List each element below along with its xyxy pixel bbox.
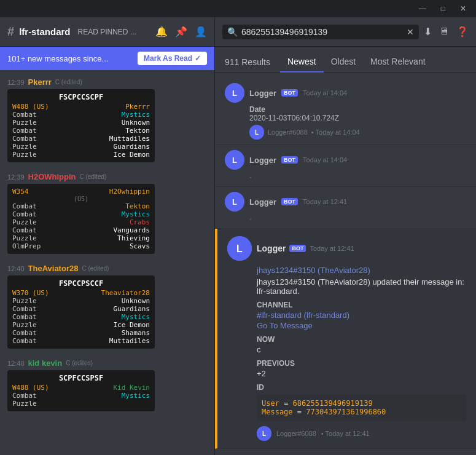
footer-author-1: Logger#6088 — [268, 129, 308, 136]
main-result-time: Today at 12:41 — [310, 245, 354, 252]
card-row-6-aviator: CombatMuttadiles — [12, 337, 150, 345]
channel-hash-icon: # — [7, 25, 14, 39]
result-footer-1: L Logger#6088 • Today at 14:04 — [225, 125, 466, 140]
results-content[interactable]: L Logger BOT Today at 14:04 Date 2020-11… — [215, 73, 476, 455]
footer-avatar-1: L — [249, 125, 264, 140]
field-label-now: Now — [257, 335, 466, 344]
titlebar: — □ ✕ — [0, 0, 476, 17]
minimize-button[interactable]: — — [414, 3, 431, 14]
svg-text:L: L — [232, 197, 237, 207]
checkmark-icon: ✓ — [195, 54, 201, 63]
result-author-1: Logger — [249, 89, 276, 98]
left-panel: # lfr-standard READ PINNED ... 🔔 📌 👤 101… — [0, 17, 215, 455]
mark-as-read-button[interactable]: Mark As Read ✓ — [138, 52, 207, 65]
field-value-previous: +2 — [257, 369, 466, 378]
download-icon[interactable]: ⬇ — [424, 26, 432, 38]
message-time-pkerrr: 12:39 — [7, 79, 25, 86]
game-card-h2o: W354 H2Owhippin (US) CombatTekton Combat… — [7, 184, 155, 254]
main-footer-avatar: L — [257, 426, 271, 441]
message-meta-h2o: 12:39 H2OWhippin C (edited) — [7, 172, 207, 181]
results-tabs: 911 Results Newest Oldest Most Relevant — [215, 47, 476, 73]
field-value-channel: #lfr-standard (lfr-standard) Go To Messa… — [257, 311, 466, 330]
card-row-1-aviator: PuzzleUnknown — [12, 297, 150, 305]
search-input-wrapper[interactable]: 🔍 ✕ — [222, 25, 419, 39]
svg-text:L: L — [232, 89, 237, 98]
search-icon: 🔍 — [227, 27, 238, 37]
result-author-2: Logger — [249, 156, 276, 165]
monitor-icon[interactable]: 🖥 — [439, 26, 449, 38]
game-card-kidkevin: SCPFCCSPSF W488 (US) Kid Kevin CombatMys… — [7, 370, 155, 411]
result-time-2: Today at 14:04 — [303, 156, 347, 164]
bot-badge-1: BOT — [281, 89, 298, 97]
message-group-pkerrr: 12:39 Pkerrr C (edited) FSCPCCSCPF W488 … — [0, 75, 214, 165]
result-body-2: · — [225, 172, 466, 181]
read-pinned-label[interactable]: READ PINNED ... — [77, 28, 136, 36]
result-avatar-2: L — [225, 150, 244, 170]
close-button[interactable]: ✕ — [455, 3, 471, 14]
main-footer-author: Logger#6088 — [276, 430, 316, 437]
tab-newest[interactable]: Newest — [280, 52, 324, 73]
channel-link[interactable]: #lfr-standard (lfr-standard) — [257, 311, 349, 320]
logger-avatar-svg-3: L — [225, 192, 244, 212]
go-to-message-link[interactable]: Go To Message — [257, 321, 466, 330]
message-time-h2o: 12:39 — [7, 173, 25, 181]
card-row-2-kidkevin: Puzzle — [12, 400, 150, 408]
code-message-label: Message — [262, 408, 293, 416]
card-header-kidkevin: SCPFCCSPSF — [12, 374, 150, 382]
messages-list[interactable]: 12:39 Pkerrr C (edited) FSCPCCSCPF W488 … — [0, 70, 214, 455]
main-result-author-info: Logger BOT Today at 12:41 — [257, 243, 354, 253]
main-result-item: L Logger BOT Today at 12:41 jhays1234#31… — [215, 229, 476, 449]
members-icon[interactable]: 👤 — [195, 26, 207, 38]
mark-as-read-label: Mark As Read — [144, 54, 192, 63]
card-subheader-pkerrr: W488 (US) Pkerrr — [12, 103, 150, 111]
code-equals-1: = — [284, 399, 292, 408]
maximize-button[interactable]: □ — [436, 3, 450, 14]
edited-tag-pkerrr: C (edited) — [55, 79, 82, 85]
right-header-icons: ⬇ 🖥 ❓ — [424, 26, 469, 38]
card-row-1-kidkevin: CombatMystics — [12, 392, 150, 400]
footer-avatar-svg-1: L — [249, 125, 264, 140]
tab-oldest[interactable]: Oldest — [324, 52, 363, 73]
message-group-kidkevin: 12:48 kid kevin C (edited) SCPFCCSPSF W4… — [0, 356, 214, 414]
pin-icon[interactable]: 📌 — [175, 26, 187, 38]
edited-tag-h2o: C (edited) — [80, 173, 107, 180]
bot-badge-3: BOT — [281, 198, 298, 205]
card-row-3-pkerrr: CombatTekton — [12, 127, 150, 135]
card-row-3-h2o: PuzzleCrabs — [12, 218, 150, 226]
card-row-4-h2o: CombatVanguards — [12, 226, 150, 234]
message-group-aviator: 12:40 TheAviator28 C (edited) FSPCCPSCCF… — [0, 261, 214, 351]
svg-text:L: L — [232, 156, 237, 165]
field-label-id: ID — [257, 383, 466, 392]
notification-icon[interactable]: 🔔 — [155, 26, 168, 38]
field-label-previous: Previous — [257, 359, 466, 368]
results-count: 911 Results — [225, 57, 270, 67]
field-value-id-codeblock: User = 686255139496919139 Message = 7730… — [257, 394, 466, 421]
result-time-1: Today at 14:04 — [303, 89, 347, 97]
edited-tag-kidkevin: C (edited) — [66, 360, 93, 366]
card-row-2-h2o: CombatMystics — [12, 210, 150, 218]
footer-time-1: • Today at 14:04 — [311, 129, 360, 136]
tab-most-relevant[interactable]: Most Relevant — [363, 52, 432, 73]
main-result-description: jhays1234#3150 (TheAviator28) updated th… — [257, 277, 466, 296]
main-result-avatar: L — [227, 236, 252, 261]
result-author-3: Logger — [249, 197, 276, 207]
main-result-bot-badge: BOT — [289, 245, 306, 252]
search-input[interactable] — [241, 27, 403, 37]
result-time-3: Today at 12:41 — [303, 198, 347, 205]
result-header-2: L Logger BOT Today at 14:04 — [225, 150, 466, 170]
game-card-pkerrr: FSCPCCSCPF W488 (US) Pkerrr CombatMystic… — [7, 89, 155, 162]
message-author-kidkevin: kid kevin — [28, 358, 63, 368]
card-region-h2o: (US) — [12, 196, 150, 202]
card-header-aviator: FSPCCPSCCF — [12, 279, 150, 288]
code-message-value: 773043971361996860 — [306, 408, 386, 416]
help-icon[interactable]: ❓ — [456, 26, 469, 38]
result-body-1: Date 2020-11-03T06:04:10.724Z — [225, 105, 466, 122]
main-footer-avatar-svg: L — [257, 426, 271, 441]
main-result-author-name: Logger — [257, 243, 286, 253]
channel-name: lfr-standard — [19, 26, 70, 37]
result-header-1: L Logger BOT Today at 14:04 — [225, 83, 466, 103]
result-body-3: · — [225, 214, 466, 223]
clear-search-icon[interactable]: ✕ — [407, 27, 414, 37]
message-author-aviator: TheAviator28 — [28, 264, 79, 273]
svg-text:L: L — [255, 129, 259, 136]
